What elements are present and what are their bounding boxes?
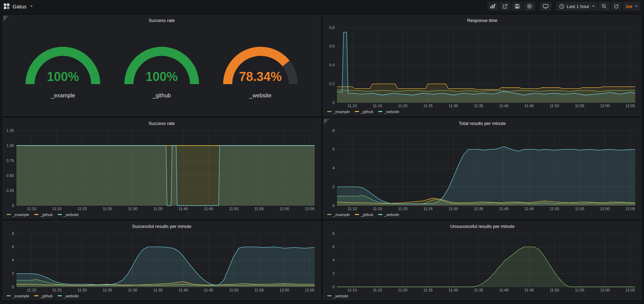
legend-item-_github[interactable]: _github bbox=[34, 213, 53, 217]
x-axis-tick-label: 11:40 bbox=[499, 207, 508, 211]
y-axis-tick-label: 4 bbox=[12, 258, 14, 262]
share-button[interactable] bbox=[499, 2, 511, 11]
panel-title[interactable]: Success rate bbox=[3, 16, 320, 24]
refresh-interval-dropdown[interactable]: 1m bbox=[623, 2, 641, 11]
legend-series-swatch bbox=[327, 111, 331, 112]
refresh-button[interactable] bbox=[611, 2, 622, 11]
legend-item-_example[interactable]: _example bbox=[327, 213, 350, 217]
x-axis-tick-label: 11:30 bbox=[128, 288, 138, 292]
unsuccessful-results-chart[interactable]: 11:1011:1511:2011:2511:3011:3511:4011:45… bbox=[324, 230, 641, 293]
clock-icon bbox=[559, 4, 564, 9]
x-axis-tick-label: 11:20 bbox=[78, 207, 87, 211]
legend-item-_website[interactable]: _website bbox=[378, 110, 399, 114]
info-icon: i bbox=[4, 16, 5, 20]
x-axis-tick-label: 11:40 bbox=[178, 207, 188, 211]
legend-item-_example[interactable]: _example bbox=[327, 110, 350, 114]
response-time-chart[interactable]: 11:1011:1511:2011:2511:3011:3511:4011:45… bbox=[324, 24, 641, 109]
panel-info-corner[interactable]: i bbox=[3, 16, 9, 22]
successful-results-chart[interactable]: 11:1011:1511:2011:2511:3011:3511:4011:45… bbox=[3, 230, 320, 293]
legend: _example_github_website bbox=[3, 212, 320, 218]
x-axis-tick-label: 11:50 bbox=[550, 288, 559, 292]
legend-series-swatch bbox=[34, 214, 38, 215]
x-axis-tick-label: 11:25 bbox=[423, 288, 433, 292]
gear-icon bbox=[527, 3, 532, 9]
legend-item-_github[interactable]: _github bbox=[34, 294, 53, 298]
legend-item-_github[interactable]: _github bbox=[355, 213, 373, 217]
panel-title[interactable]: Success rate bbox=[3, 119, 320, 127]
y-axis-tick-label: 8 bbox=[332, 231, 335, 236]
x-axis-tick-label: 11:25 bbox=[103, 288, 112, 292]
y-axis-tick-label: 0.25 bbox=[7, 188, 14, 193]
legend-series-swatch bbox=[7, 295, 11, 296]
x-axis-tick-label: 11:10 bbox=[347, 104, 357, 108]
cycle-view-button[interactable] bbox=[540, 2, 551, 11]
x-axis-tick-label: 11:20 bbox=[398, 288, 408, 292]
y-axis-tick-label: 2 bbox=[12, 271, 14, 275]
gauge-row: 100%_example100%_github78.34%_website bbox=[3, 24, 320, 115]
x-axis-tick-label: 12:00 bbox=[600, 104, 610, 108]
x-axis-tick-label: 12:05 bbox=[625, 207, 635, 211]
panel-title[interactable]: Response time bbox=[324, 16, 641, 24]
grafana-grid-icon[interactable] bbox=[3, 3, 10, 9]
legend-series-swatch bbox=[7, 214, 11, 215]
legend-item-_website[interactable]: _website bbox=[58, 294, 79, 298]
save-icon bbox=[514, 3, 520, 9]
x-axis-tick-label: 11:30 bbox=[449, 207, 458, 211]
panel-successful-results: Successful results per minute 11:1011:15… bbox=[3, 221, 321, 300]
y-axis-tick-label: 8 bbox=[332, 128, 335, 133]
legend-item-_github[interactable]: _github bbox=[355, 110, 373, 114]
panel-body: 11:1011:1511:2011:2511:3011:3511:4011:45… bbox=[324, 24, 641, 109]
series-area-_website bbox=[337, 147, 635, 206]
x-axis-tick-label: 11:50 bbox=[229, 288, 239, 292]
y-axis-tick-label: 0.75 bbox=[7, 158, 14, 163]
legend-item-_website[interactable]: _website bbox=[327, 294, 348, 298]
navbar-left: Gatus bbox=[3, 3, 33, 9]
x-axis-tick-label: 11:50 bbox=[550, 104, 559, 108]
settings-button[interactable] bbox=[524, 2, 535, 11]
panel-title[interactable]: Unsuccessful results per minute bbox=[324, 222, 641, 230]
x-axis-tick-label: 11:55 bbox=[575, 207, 584, 211]
x-axis-tick-label: 11:15 bbox=[52, 288, 61, 292]
y-axis-tick-label: 2 bbox=[332, 271, 335, 275]
legend-series-label: _example bbox=[333, 213, 350, 217]
legend-series-label: _website bbox=[64, 294, 79, 298]
x-axis-tick-label: 11:25 bbox=[423, 104, 433, 108]
time-range-label: Last 1 hour bbox=[566, 4, 589, 9]
zoom-out-button[interactable] bbox=[599, 2, 610, 11]
add-panel-button[interactable] bbox=[487, 2, 498, 11]
x-axis-tick-label: 11:55 bbox=[254, 207, 264, 211]
x-axis-tick-label: 11:10 bbox=[347, 288, 357, 292]
legend: _example_github_website bbox=[3, 293, 320, 299]
legend-series-swatch bbox=[58, 214, 62, 215]
legend-item-_example[interactable]: _example bbox=[7, 213, 29, 217]
gauge-value-text: 100% bbox=[120, 69, 204, 84]
y-axis-tick-label: 4 bbox=[332, 258, 335, 262]
x-axis-tick-label: 11:35 bbox=[153, 207, 163, 211]
legend-series-label: _website bbox=[333, 294, 348, 298]
panel-title[interactable]: Successful results per minute bbox=[3, 222, 320, 230]
x-axis-tick-label: 11:35 bbox=[474, 288, 483, 292]
total-results-chart[interactable]: 11:1011:1511:2011:2511:3011:3511:4011:45… bbox=[324, 127, 641, 212]
x-axis-tick-label: 11:50 bbox=[550, 207, 559, 211]
x-axis-tick-label: 11:15 bbox=[52, 207, 61, 211]
legend-item-_website[interactable]: _website bbox=[378, 213, 399, 217]
time-range-button[interactable]: Last 1 hour bbox=[556, 2, 598, 11]
panel-success-rate-gauges: i Success rate 100%_example100%_github78… bbox=[3, 15, 321, 116]
dashboard-title[interactable]: Gatus bbox=[13, 3, 27, 9]
x-axis-tick-label: 11:30 bbox=[449, 104, 458, 108]
legend-item-_website[interactable]: _website bbox=[58, 213, 79, 217]
panel-info-corner[interactable]: i bbox=[324, 119, 330, 125]
x-axis-tick-label: 11:40 bbox=[499, 104, 508, 108]
panel-body: 11:1011:1511:2011:2511:3011:3511:4011:45… bbox=[324, 127, 641, 212]
chevron-down-icon bbox=[592, 6, 595, 7]
x-axis-tick-label: 12:00 bbox=[279, 207, 289, 211]
legend-item-_example[interactable]: _example bbox=[7, 294, 29, 298]
chevron-down-icon bbox=[635, 6, 638, 7]
gauge-_website: 78.34%_website bbox=[219, 34, 302, 105]
series-area-_website bbox=[16, 146, 315, 206]
success-rate-chart[interactable]: 11:1011:1511:2011:2511:3011:3511:4011:45… bbox=[3, 127, 320, 212]
chevron-down-icon[interactable] bbox=[30, 6, 33, 7]
save-button[interactable] bbox=[512, 2, 523, 11]
y-axis-tick-label: 6 bbox=[332, 245, 335, 249]
panel-title[interactable]: Total results per minute bbox=[324, 119, 641, 127]
